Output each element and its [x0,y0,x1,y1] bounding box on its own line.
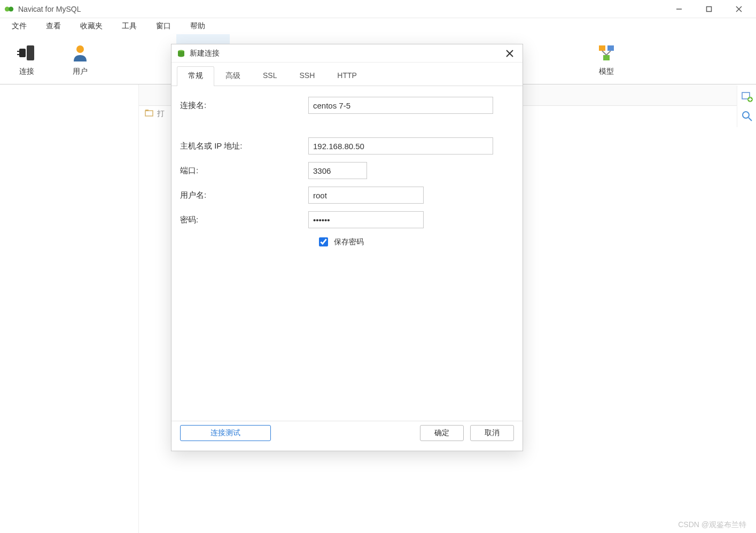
tool-connection[interactable]: 连接 [0,34,53,84]
tab-ssh[interactable]: SSH [288,66,326,86]
label-save-password: 保存密码 [334,237,364,247]
menu-window[interactable]: 窗口 [146,19,181,33]
new-connection-dialog: 新建连接 常规 高级 SSL SSH HTTP 连接名: 主机名或 IP 地址:… [171,44,523,451]
svg-point-28 [743,112,749,118]
plug-icon [16,42,37,64]
menu-favorites[interactable]: 收藏夹 [71,19,112,33]
svg-rect-18 [607,45,614,51]
maximize-button[interactable] [702,2,716,17]
menu-file[interactable]: 文件 [2,19,36,33]
svg-rect-6 [27,45,34,60]
tool-model-label: 模型 [599,67,614,76]
sidebar [0,84,139,533]
input-connection-name[interactable] [308,97,493,114]
label-port: 端口: [180,166,308,176]
tab-http[interactable]: HTTP [326,66,368,86]
tab-ssl[interactable]: SSL [252,66,288,86]
add-db-icon[interactable] [741,91,753,103]
label-user: 用户名: [180,190,308,200]
svg-rect-9 [17,54,19,55]
user-icon [69,42,91,64]
model-icon [596,42,617,64]
tab-advanced[interactable]: 高级 [214,66,252,86]
tool-user[interactable]: 用户 [53,34,107,84]
svg-rect-3 [707,6,712,11]
tool-model[interactable]: 模型 [580,34,633,84]
dialog-tabs: 常规 高级 SSL SSH HTTP [172,63,523,86]
database-icon [177,49,185,58]
search-icon[interactable] [741,110,753,122]
input-user[interactable] [308,187,424,204]
menu-view[interactable]: 查看 [36,19,71,33]
titlebar: Navicat for MySQL [0,0,756,18]
window-title: Navicat for MySQL [18,5,81,13]
svg-rect-8 [17,51,19,52]
navicat-app-icon [4,4,14,14]
watermark: CSDN @观鉴布兰特 [678,520,746,530]
dialog-body: 连接名: 主机名或 IP 地址: 端口: 用户名: 密码: 保存密码 [172,86,523,248]
cancel-button[interactable]: 取消 [470,425,514,441]
label-host: 主机名或 IP 地址: [180,141,308,151]
ok-button[interactable]: 确定 [420,425,464,441]
minimize-button[interactable] [672,2,687,17]
menu-help[interactable]: 帮助 [181,19,215,33]
svg-line-21 [606,51,611,55]
input-password[interactable] [308,211,424,228]
svg-rect-22 [145,111,153,116]
tab-general[interactable]: 常规 [177,66,214,86]
svg-point-1 [9,6,13,11]
close-button[interactable] [731,2,746,17]
svg-rect-17 [599,45,605,51]
svg-rect-23 [145,110,149,111]
tool-connection-label: 连接 [19,67,34,76]
svg-line-29 [749,118,752,121]
input-host[interactable] [308,137,493,155]
svg-rect-7 [19,49,26,57]
test-connection-button[interactable]: 连接测试 [180,425,271,441]
menu-tools[interactable]: 工具 [112,19,146,33]
tool-user-label: 用户 [73,67,88,76]
svg-rect-19 [603,55,610,60]
window-controls [672,2,752,17]
dialog-footer: 连接测试 确定 取消 [172,421,523,451]
open-icon [144,108,154,119]
svg-line-20 [602,51,606,55]
svg-point-10 [76,45,84,53]
checkbox-save-password[interactable] [319,237,328,246]
dialog-title: 新建连接 [190,49,502,58]
label-password: 密码: [180,215,308,225]
label-connection-name: 连接名: [180,101,308,111]
right-column [737,86,756,127]
menubar: 文件 查看 收藏夹 工具 窗口 帮助 [0,18,756,34]
input-port[interactable] [308,162,367,179]
dialog-close-button[interactable] [502,46,517,61]
sub-item-2[interactable]: 打 [157,109,165,119]
dialog-titlebar: 新建连接 [172,44,523,63]
